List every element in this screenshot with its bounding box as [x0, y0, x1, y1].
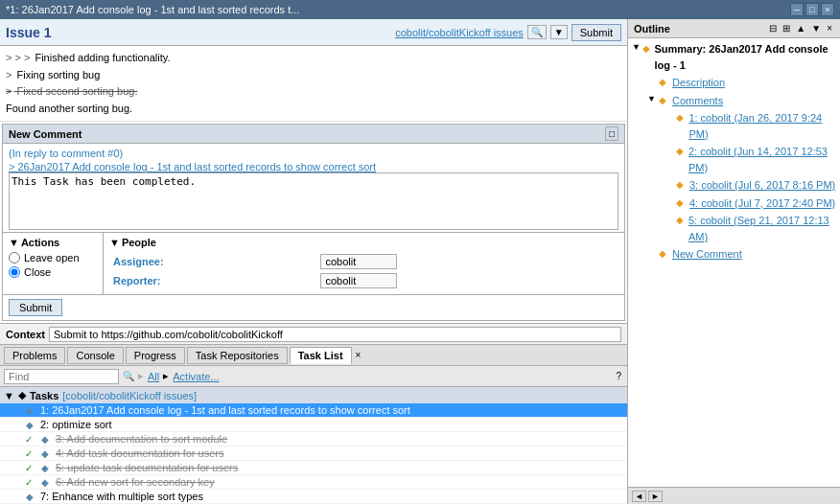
find-icon: 🔍	[123, 371, 134, 381]
outline-close-btn[interactable]: ×	[825, 23, 834, 34]
actions-arrow: ▼	[9, 237, 19, 248]
description-label[interactable]: Description	[672, 75, 725, 91]
new-comment-header: New Comment □	[3, 125, 624, 144]
task-group-label: Tasks	[30, 390, 58, 401]
task-icon-5: ◆	[38, 463, 52, 473]
outline-collapse-all-btn[interactable]: ⊟	[767, 23, 779, 34]
context-input[interactable]	[49, 327, 621, 342]
actions-label: Actions	[21, 237, 59, 248]
bottom-tabs: Problems Console Progress Task Repositor…	[0, 344, 627, 365]
outline-header: Outline ⊟ ⊞ ▲ ▼ ×	[628, 19, 840, 38]
group-toggle: ▼	[4, 390, 14, 401]
assignee-row: Assignee: cobolit	[109, 252, 618, 271]
activate-link[interactable]: Activate...	[173, 371, 219, 382]
issue-header: Issue 1 cobolit/cobolitKickoff issues 🔍 …	[0, 19, 627, 46]
task-text-3: 3: Add documentation to sort module	[56, 433, 227, 445]
outline-nav-left-btn[interactable]: ◄	[632, 491, 646, 502]
comment-2-icon: ◆	[676, 144, 687, 158]
actions-header: ▼ Actions	[9, 237, 97, 248]
comment-3-icon: ◆	[676, 177, 688, 192]
task-list: ▼ ◆ Tasks [cobolit/cobolitKickoff issues…	[0, 387, 627, 504]
task-row-2[interactable]: ◆ 2: optimize sort	[0, 418, 627, 432]
close-option[interactable]: Close	[9, 266, 97, 278]
people-arrow: ▼	[109, 237, 120, 248]
new-comment-icon: ◆	[659, 246, 670, 261]
close-button[interactable]: ×	[821, 3, 834, 16]
title-bar-text: *1: 26Jan2017 Add console log - 1st and …	[6, 4, 299, 15]
task-icon-6: ◆	[38, 477, 52, 488]
find-input[interactable]	[4, 369, 119, 384]
new-comment-outline-label[interactable]: New Comment	[672, 246, 742, 263]
leave-open-option[interactable]: Leave open	[9, 252, 97, 263]
people-table: Assignee: cobolit Reporter: cobolit	[109, 252, 618, 290]
assignee-value: cobolit	[320, 254, 397, 269]
comment-link[interactable]: > 26Jan2017 Add console log - 1st and la…	[9, 161, 618, 172]
outline-bottom-bar: ◄ ►	[628, 487, 840, 504]
task-help-btn[interactable]: ?	[614, 371, 623, 381]
task-row-5[interactable]: ✓ ◆ 5: update task documentation for use…	[0, 461, 627, 475]
search-icon-btn[interactable]: 🔍	[527, 25, 547, 39]
outline-new-comment: ◆ New Comment	[645, 245, 838, 263]
task-row-7[interactable]: ◆ 7: Enhance with multiple sort types	[0, 490, 627, 504]
tab-close-btn[interactable]: ×	[354, 350, 363, 360]
actions-people-row: ▼ Actions Leave open Close	[3, 232, 624, 294]
all-link[interactable]: All	[148, 371, 159, 382]
task-toolbar: 🔍 ▸ All ▸ Activate... ?	[0, 366, 627, 387]
actions-radio-group: Leave open Close	[9, 252, 97, 278]
comments-label[interactable]: Comments	[672, 93, 723, 109]
issue-line-3: > Fixed second sorting bug.	[6, 83, 621, 101]
close-radio[interactable]	[9, 266, 20, 278]
reply-to: (In reply to comment #0)	[9, 148, 618, 159]
assignee-value-cell: cobolit	[316, 252, 618, 271]
comment-3-label[interactable]: 3: cobolit (Jul 6, 2017 8:16 PM)	[689, 177, 835, 194]
issue-title: Issue 1	[6, 25, 51, 40]
comment-2-label[interactable]: 2: cobolit (Jun 14, 2017 12:53 PM)	[688, 144, 836, 175]
comment-1-label[interactable]: 1: cobolit (Jan 26, 2017 9:24 PM)	[688, 110, 836, 142]
task-row-1[interactable]: ◆ 1: 26Jan2017 Add console log - 1st and…	[0, 403, 627, 418]
outline-next-btn[interactable]: ▼	[809, 23, 823, 34]
tab-progress[interactable]: Progress	[126, 347, 185, 364]
comment-textarea[interactable]: This Task has been completed.	[9, 172, 618, 230]
title-bar: *1: 26Jan2017 Add console log - 1st and …	[0, 0, 840, 19]
task-group-bullet: ◆	[18, 389, 26, 401]
settings-icon-btn[interactable]: ▼	[550, 25, 568, 39]
summary-icon: ◆	[642, 41, 653, 56]
leave-open-label: Leave open	[24, 252, 80, 263]
outline-nav-right-btn[interactable]: ►	[648, 491, 663, 502]
task-row-6[interactable]: ✓ ◆ 6: Add new sort for secondary key	[0, 475, 627, 490]
task-check-5: ✓	[23, 463, 35, 473]
task-group[interactable]: ▼ ◆ Tasks [cobolit/cobolitKickoff issues…	[0, 387, 627, 403]
task-icon-1: ◆	[23, 405, 36, 416]
comment-5-label[interactable]: 5: cobolit (Sep 21, 2017 12:13 AM)	[688, 213, 836, 244]
outline-description: ◆ Description	[645, 74, 838, 92]
new-comment-section: New Comment □ (In reply to comment #0) >…	[2, 124, 625, 321]
actions-col: ▼ Actions Leave open Close	[3, 233, 104, 294]
outline-comments: ▼ ◆ Comments	[645, 92, 838, 110]
tab-problems[interactable]: Problems	[4, 347, 65, 364]
minimize-button[interactable]: ─	[790, 3, 804, 16]
task-text-7: 7: Enhance with multiple sort types	[40, 491, 203, 502]
people-col: ▼ People Assignee: cobolit Repo	[104, 233, 624, 294]
new-comment-expand-btn[interactable]: □	[605, 126, 618, 141]
header-submit-button[interactable]: Submit	[572, 24, 621, 41]
outline-expand-all-btn[interactable]: ⊞	[781, 23, 792, 34]
comment-4-label[interactable]: 4: cobolit (Jul 7, 2017 2:40 PM)	[689, 195, 835, 212]
task-row-4[interactable]: ✓ ◆ 4: Add task documentation for users	[0, 447, 627, 461]
tab-task-list[interactable]: Task List	[290, 347, 352, 364]
issue-line-1: > > > Finished adding functionality.	[6, 50, 621, 67]
task-list-area: 🔍 ▸ All ▸ Activate... ? ▼ ◆ Tasks	[0, 365, 627, 504]
tab-console[interactable]: Console	[67, 347, 123, 364]
repo-link[interactable]: cobolit/cobolitKickoff issues	[395, 27, 524, 38]
leave-open-radio[interactable]	[9, 252, 20, 263]
outline-prev-btn[interactable]: ▲	[794, 23, 807, 34]
comment-4-icon: ◆	[676, 195, 688, 210]
submit-button[interactable]: Submit	[9, 299, 62, 316]
task-icon-7: ◆	[23, 492, 36, 502]
task-row-3[interactable]: ✓ ◆ 3: Add documentation to sort module	[0, 432, 627, 447]
reporter-row: Reporter: cobolit	[109, 271, 618, 290]
task-check-4: ✓	[23, 448, 35, 459]
tab-task-repositories[interactable]: Task Repositories	[187, 347, 288, 364]
outline-content: ▼ ◆ Summary: 26Jan2017 Add console log -…	[628, 38, 840, 487]
maximize-button[interactable]: □	[805, 3, 819, 16]
context-label: Context	[6, 329, 45, 340]
